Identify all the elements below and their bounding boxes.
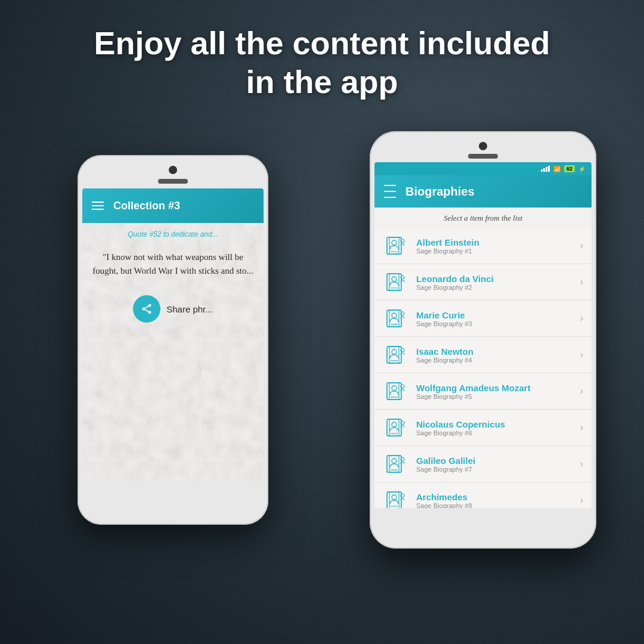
bio-item-sub: Sage Biography #7 [416, 466, 573, 473]
bio-icon [383, 305, 409, 332]
bio-item-sub: Sage Biography #2 [416, 284, 573, 291]
chevron-right-icon: › [580, 422, 583, 433]
biography-list-item[interactable]: Nicolaus Copernicus Sage Biography #6 › [374, 410, 592, 446]
phones-area: Collection #3 Quote #52 to dedicate and.… [0, 131, 644, 644]
svg-point-17 [392, 313, 397, 318]
front-app-title: Biographies [405, 185, 475, 199]
svg-point-2 [148, 311, 151, 314]
back-phone-camera [169, 166, 177, 174]
bio-item-name: Nicolaus Copernicus [416, 419, 573, 429]
biography-list-item[interactable]: Galileo Galilei Sage Biography #7 › [374, 446, 592, 482]
bio-item-sub: Sage Biography #8 [416, 502, 573, 509]
share-icon [133, 295, 160, 323]
hamburger-icon[interactable] [92, 202, 104, 210]
bio-icon [383, 269, 409, 295]
quote-subtitle: Quote #52 to dedicate and... [128, 230, 218, 239]
bio-icon [383, 233, 409, 259]
biography-list: Albert Einstein Sage Biography #1 › [374, 228, 592, 508]
svg-point-22 [392, 349, 397, 354]
headline: Enjoy all the content included in the ap… [0, 24, 644, 101]
headline-line1: Enjoy all the content included [94, 25, 550, 61]
bio-item-sub: Sage Biography #5 [416, 393, 573, 400]
svg-line-3 [145, 309, 148, 311]
bio-item-sub: Sage Biography #3 [416, 320, 573, 327]
bio-item-text: Isaac Newton Sage Biography #4 [416, 346, 573, 364]
quote-text: "I know not with what weapons will be fo… [92, 250, 254, 277]
front-phone-speaker [468, 154, 498, 159]
front-phone-camera [479, 142, 487, 150]
svg-point-27 [392, 386, 397, 391]
front-phone-screen: 📶 62 ⚡ Biographies Select a item from th… [374, 162, 592, 508]
bio-item-text: Galileo Galilei Sage Biography #7 [416, 456, 573, 473]
battery-indicator: 62 [564, 165, 575, 172]
biography-list-item[interactable]: Wolfgang Amadeus Mozart Sage Biography #… [374, 373, 592, 410]
chevron-right-icon: › [580, 349, 583, 360]
front-app-content: Select a item from the list [374, 208, 592, 508]
bio-icon [383, 414, 409, 441]
bio-icon [383, 378, 409, 404]
list-subtitle: Select a item from the list [374, 208, 592, 228]
signal-icon [541, 166, 550, 172]
svg-point-42 [392, 495, 397, 500]
bio-icon [383, 487, 409, 508]
chevron-right-icon: › [580, 240, 583, 251]
svg-point-32 [392, 422, 397, 427]
bio-item-text: Wolfgang Amadeus Mozart Sage Biography #… [416, 383, 573, 400]
bio-item-sub: Sage Biography #1 [416, 247, 573, 255]
biography-list-item[interactable]: Albert Einstein Sage Biography #1 › [374, 228, 592, 264]
back-app-title: Collection #3 [113, 200, 180, 212]
status-bar: 📶 62 ⚡ [374, 162, 592, 175]
bio-item-sub: Sage Biography #4 [416, 357, 573, 364]
bio-item-text: Leonardo da Vinci Sage Biography #2 [416, 274, 573, 291]
chevron-right-icon: › [580, 459, 583, 469]
bio-item-name: Leonardo da Vinci [416, 274, 573, 284]
biography-list-item[interactable]: Leonardo da Vinci Sage Biography #2 › [374, 264, 592, 301]
share-label: Share phr... [166, 304, 213, 314]
bio-item-name: Archimedes [416, 492, 573, 502]
bolt-icon: ⚡ [578, 166, 586, 172]
headline-line2: in the app [246, 64, 398, 100]
back-app-content: Quote #52 to dedicate and... "I know not… [82, 223, 264, 481]
share-button[interactable]: Share phr... [133, 295, 213, 323]
bio-item-text: Marie Curie Sage Biography #3 [416, 310, 573, 327]
bio-icon [383, 451, 409, 477]
svg-point-0 [148, 304, 151, 307]
chevron-right-icon: › [580, 386, 583, 397]
back-app-header: Collection #3 [82, 188, 264, 223]
wifi-icon: 📶 [553, 166, 561, 172]
back-phone-screen: Collection #3 Quote #52 to dedicate and.… [82, 188, 264, 481]
biography-list-item[interactable]: Isaac Newton Sage Biography #4 › [374, 337, 592, 373]
chevron-right-icon: › [580, 277, 583, 287]
bio-item-text: Nicolaus Copernicus Sage Biography #6 [416, 419, 573, 436]
biography-list-item[interactable]: Archimedes Sage Biography #8 › [374, 482, 592, 508]
bio-item-name: Albert Einstein [416, 237, 573, 247]
bio-item-name: Isaac Newton [416, 346, 573, 357]
bio-item-name: Wolfgang Amadeus Mozart [416, 383, 573, 393]
chevron-right-icon: › [580, 313, 583, 324]
svg-point-1 [143, 308, 145, 311]
bio-item-text: Albert Einstein Sage Biography #1 [416, 237, 573, 255]
phone-front: 📶 62 ⚡ Biographies Select a item from th… [370, 131, 596, 549]
bio-item-sub: Sage Biography #6 [416, 429, 573, 436]
chevron-right-icon: › [580, 495, 583, 506]
front-app-header: Biographies [374, 175, 592, 208]
biography-list-item[interactable]: Marie Curie Sage Biography #3 › [374, 301, 592, 337]
back-phone-speaker [158, 179, 188, 184]
bio-item-name: Marie Curie [416, 310, 573, 320]
svg-point-12 [392, 277, 397, 281]
bio-item-text: Archimedes Sage Biography #8 [416, 492, 573, 509]
svg-point-7 [392, 240, 397, 245]
phone-back: Collection #3 Quote #52 to dedicate and.… [78, 155, 268, 525]
bio-icon [383, 342, 409, 368]
front-hamburger-icon[interactable] [384, 185, 396, 198]
svg-point-37 [392, 459, 397, 463]
bio-item-name: Galileo Galilei [416, 456, 573, 466]
svg-line-4 [145, 306, 148, 308]
